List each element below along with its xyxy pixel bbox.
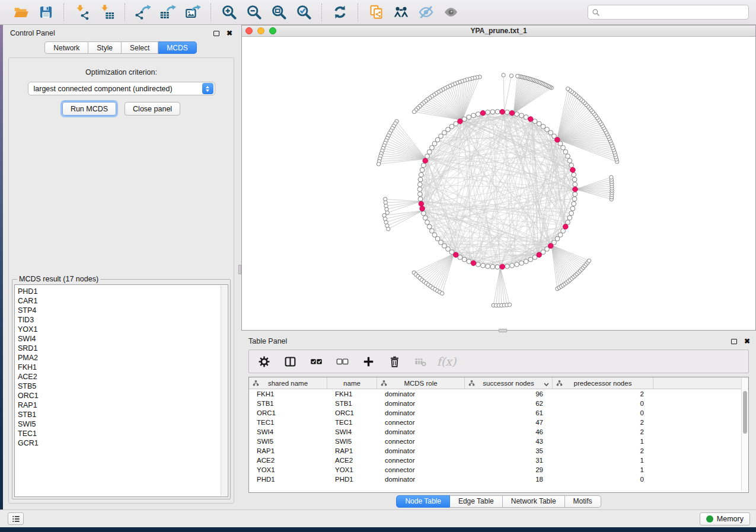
graph-node[interactable]: [476, 262, 481, 267]
mcds-result-item[interactable]: RAP1: [18, 400, 228, 410]
graph-mcds-node[interactable]: [480, 111, 486, 116]
column-header-predecessor-nodes[interactable]: predecessor nodes: [553, 377, 653, 389]
graph-node[interactable]: [420, 168, 425, 172]
graph-node[interactable]: [417, 187, 422, 192]
graph-node[interactable]: [563, 150, 568, 155]
graph-node[interactable]: [555, 236, 560, 241]
graph-node[interactable]: [572, 172, 576, 177]
mcds-result-item[interactable]: YOX1: [18, 325, 228, 334]
graph-node[interactable]: [545, 127, 550, 132]
cell-predecessor-nodes[interactable]: 1: [553, 456, 653, 465]
graph-node[interactable]: [425, 154, 430, 159]
cell-MCDS-role[interactable]: connector: [377, 437, 465, 446]
graph-node[interactable]: [486, 110, 490, 115]
delete-row-button[interactable]: [388, 355, 401, 368]
graph-mcds-node[interactable]: [537, 252, 542, 258]
graph-leaf-node[interactable]: [412, 110, 416, 113]
close-panel-icon[interactable]: ✖: [227, 30, 232, 36]
mcds-result-item[interactable]: SWI4: [18, 334, 228, 344]
mcds-result-item[interactable]: SRD1: [18, 344, 228, 353]
graph-node[interactable]: [541, 124, 546, 129]
table-row[interactable]: TEC1TEC1connector472: [249, 418, 748, 427]
cell-shared-name[interactable]: SWI5: [249, 437, 327, 446]
cell-name[interactable]: SWI5: [327, 437, 377, 446]
graph-node[interactable]: [519, 113, 524, 118]
graph-mcds-node[interactable]: [528, 117, 534, 122]
tab-network[interactable]: Network: [44, 41, 88, 54]
cell-name[interactable]: TEC1: [327, 418, 377, 427]
table-scrollbar[interactable]: [741, 378, 748, 492]
cell-name[interactable]: STB1: [327, 399, 377, 408]
close-table-panel-icon[interactable]: ✖: [744, 338, 750, 344]
columns-button[interactable]: [283, 355, 296, 368]
graph-node[interactable]: [505, 264, 510, 269]
mcds-result-item[interactable]: GCR1: [18, 438, 228, 448]
show-all-button[interactable]: [442, 4, 460, 21]
tab-mcds[interactable]: MCDS: [158, 41, 196, 54]
cell-successor-nodes[interactable]: 62: [465, 399, 553, 408]
graph-mcds-node[interactable]: [500, 264, 505, 270]
graph-node[interactable]: [425, 220, 430, 225]
graph-node[interactable]: [561, 145, 566, 150]
tab-node-table[interactable]: Node Table: [396, 495, 450, 508]
select-all-button[interactable]: [310, 355, 323, 368]
graph-node[interactable]: [569, 211, 574, 216]
graph-node[interactable]: [567, 158, 572, 163]
cell-shared-name[interactable]: ORC1: [249, 408, 327, 418]
save-button[interactable]: [37, 4, 55, 21]
cell-successor-nodes[interactable]: 43: [465, 437, 553, 446]
graph-node[interactable]: [569, 163, 574, 168]
tab-network-table[interactable]: Network Table: [503, 495, 565, 508]
graph-node[interactable]: [558, 233, 563, 238]
cell-MCDS-role[interactable]: dominator: [377, 427, 465, 437]
run-mcds-button[interactable]: Run MCDS: [62, 102, 116, 116]
column-header-MCDS-role[interactable]: MCDS role: [377, 377, 465, 389]
cell-shared-name[interactable]: SWI4: [249, 427, 327, 437]
cell-successor-nodes[interactable]: 61: [465, 408, 553, 418]
horizontal-splitter[interactable]: [241, 331, 756, 333]
close-panel-button[interactable]: Close panel: [125, 102, 180, 116]
graph-node[interactable]: [462, 257, 467, 262]
float-panel-icon[interactable]: [213, 31, 219, 36]
graph-node[interactable]: [419, 172, 423, 177]
cell-MCDS-role[interactable]: dominator: [377, 446, 465, 456]
deselect-all-button[interactable]: [336, 355, 349, 368]
cell-shared-name[interactable]: STB1: [249, 399, 327, 408]
graph-node[interactable]: [524, 115, 528, 120]
search-box[interactable]: [588, 5, 749, 20]
hide-selected-button[interactable]: [417, 4, 435, 21]
cell-MCDS-role[interactable]: dominator: [377, 389, 465, 399]
graph-node[interactable]: [490, 264, 495, 269]
mcds-result-item[interactable]: PHD1: [18, 287, 228, 296]
graph-node[interactable]: [446, 247, 451, 252]
graph-node[interactable]: [572, 197, 577, 201]
tab-motifs[interactable]: Motifs: [565, 495, 601, 508]
graph-node[interactable]: [432, 142, 437, 146]
graph-node[interactable]: [467, 115, 471, 120]
graph-leaf-node[interactable]: [385, 211, 389, 214]
table-row[interactable]: STB1STB1dominator620: [249, 399, 748, 408]
graph-node[interactable]: [417, 182, 422, 187]
cell-MCDS-role[interactable]: dominator: [377, 475, 465, 484]
network-window-titlebar[interactable]: YPA_prune.txt_1: [242, 25, 755, 37]
graph-mcds-node[interactable]: [548, 243, 553, 249]
graph-mcds-node[interactable]: [420, 206, 425, 211]
cell-predecessor-nodes[interactable]: 2: [553, 446, 653, 456]
graph-node[interactable]: [432, 233, 437, 238]
cell-shared-name[interactable]: FKH1: [249, 389, 327, 399]
graph-node[interactable]: [524, 259, 528, 264]
table-row[interactable]: ACE2ACE2connector311: [249, 456, 748, 465]
graph-leaf-node[interactable]: [509, 74, 513, 78]
graph-node[interactable]: [510, 263, 515, 268]
cell-successor-nodes[interactable]: 31: [465, 456, 553, 465]
cell-successor-nodes[interactable]: 18: [465, 475, 553, 484]
mcds-result-item[interactable]: TEC1: [18, 429, 228, 438]
graph-mcds-node[interactable]: [500, 110, 505, 115]
graph-node[interactable]: [528, 257, 533, 262]
mcds-result-item[interactable]: FKH1: [18, 363, 228, 372]
cell-predecessor-nodes[interactable]: 1: [553, 465, 653, 475]
optimization-criterion-select[interactable]: largest connected component (undirected): [28, 82, 215, 95]
graph-node[interactable]: [573, 182, 578, 187]
graph-node[interactable]: [481, 263, 486, 268]
cell-predecessor-nodes[interactable]: 0: [553, 408, 653, 418]
